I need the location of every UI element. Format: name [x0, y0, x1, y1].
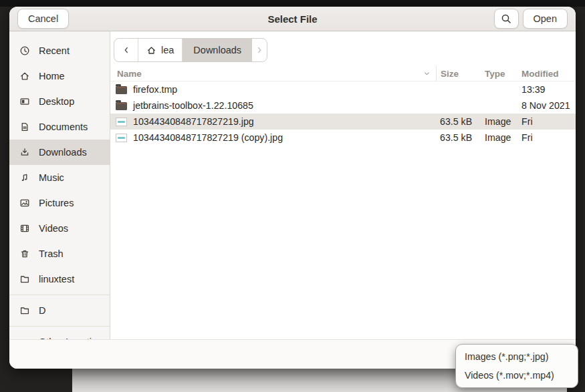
path-segment-label: Downloads	[193, 45, 241, 55]
sidebar-item-videos[interactable]: Videos	[9, 216, 110, 241]
sidebar-item-d[interactable]: D	[9, 298, 110, 323]
sidebar-item-music[interactable]: Music	[9, 165, 110, 190]
path-segment-home[interactable]: lea	[138, 39, 183, 61]
file-name-cell: 10344340848717827219 (copy).jpg	[110, 132, 436, 143]
sidebar-item-label: Documents	[39, 122, 88, 132]
sidebar-item-label: linuxtest	[39, 274, 74, 284]
sidebar-item-desktop[interactable]: Desktop	[9, 89, 110, 114]
column-header-type[interactable]: Type	[481, 69, 518, 79]
path-forward-button[interactable]	[252, 39, 267, 61]
path-back-button[interactable]	[114, 39, 138, 61]
column-header-label: Name	[117, 69, 142, 79]
file-name: 10344340848717827219.jpg	[133, 116, 254, 127]
sidebar-item-downloads[interactable]: Downloads	[9, 140, 110, 165]
picture-icon	[19, 198, 30, 208]
folder-icon	[19, 305, 30, 316]
column-header-label: Type	[485, 69, 505, 79]
table-row[interactable]: firefox.tmp 13:39	[110, 81, 576, 97]
table-row-selected[interactable]: 10344340848717827219.jpg 63.5 kB Image F…	[110, 114, 576, 130]
column-header-name[interactable]: Name	[110, 66, 436, 81]
list-header: Name Size Type Modified	[110, 66, 576, 81]
sidebar-item-other-locations[interactable]: Other Locations	[9, 329, 110, 339]
sidebar-item-label: Desktop	[39, 96, 74, 107]
sidebar-item-label: Trash	[39, 248, 64, 259]
table-row[interactable]: 10344340848717827219 (copy).jpg 63.5 kB …	[110, 130, 576, 146]
dialog-title: Select File	[267, 13, 317, 25]
places-sidebar: Recent Home Desktop	[9, 31, 110, 339]
sidebar-item-label: Videos	[39, 223, 68, 234]
sidebar-item-label: D	[39, 305, 45, 316]
file-size: 63.5 kB	[436, 132, 481, 143]
sidebar-separator	[9, 326, 110, 327]
chevron-down-icon	[423, 69, 431, 78]
file-type: Image	[481, 132, 518, 143]
file-filter-popup: Images (*.png;*.jpg) Videos (*.mov;*.mp4…	[455, 344, 578, 388]
document-icon	[19, 122, 30, 132]
sidebar-item-label: Downloads	[39, 147, 87, 158]
main-area: Recent Home Desktop	[9, 31, 576, 339]
chevron-left-icon	[122, 45, 131, 55]
home-icon	[19, 71, 30, 81]
filter-option-images[interactable]: Images (*.png;*.jpg)	[456, 347, 578, 366]
trash-icon	[19, 248, 30, 259]
file-modified: Fri	[518, 132, 576, 143]
sidebar-item-label: Music	[39, 172, 64, 183]
table-row[interactable]: jetbrains-toolbox-1.22.10685 8 Nov 2021	[110, 97, 576, 114]
sidebar-item-recent[interactable]: Recent	[9, 38, 110, 63]
search-button[interactable]	[494, 9, 519, 29]
folder-icon	[116, 86, 127, 94]
header-actions: Open	[494, 9, 568, 29]
filmstrip-icon	[19, 223, 30, 234]
sidebar-item-documents[interactable]: Documents	[9, 114, 110, 140]
download-icon	[19, 147, 30, 158]
file-name-cell: jetbrains-toolbox-1.22.10685	[110, 100, 436, 111]
folder-icon	[116, 102, 127, 110]
music-note-icon	[19, 172, 30, 183]
column-header-size[interactable]: Size	[436, 66, 481, 81]
home-icon	[146, 45, 157, 55]
cancel-button[interactable]: Cancel	[17, 9, 69, 29]
header-bar: Cancel Select File Open	[9, 7, 576, 31]
column-header-label: Modified	[521, 69, 559, 79]
search-icon	[501, 13, 512, 25]
path-segment-downloads[interactable]: Downloads	[183, 39, 252, 61]
file-modified: Fri	[518, 116, 576, 127]
file-size: 63.5 kB	[436, 116, 481, 127]
sidebar-item-label: Recent	[39, 45, 70, 56]
file-list: firefox.tmp 13:39 jetbrains-toolbox-1.22…	[110, 81, 576, 146]
file-name: jetbrains-toolbox-1.22.10685	[133, 100, 253, 111]
path-segment-label: lea	[161, 45, 174, 55]
path-bar: lea Downloads	[114, 38, 267, 62]
file-name-cell: firefox.tmp	[110, 84, 436, 95]
file-type: Image	[481, 116, 518, 127]
column-header-modified[interactable]: Modified	[518, 69, 576, 79]
sidebar-item-home[interactable]: Home	[9, 63, 110, 89]
chevron-right-icon	[255, 45, 264, 55]
filter-option-videos[interactable]: Videos (*.mov;*.mp4)	[456, 366, 578, 385]
pathbar-row: lea Downloads	[110, 31, 576, 66]
file-browser: lea Downloads	[110, 31, 576, 339]
file-name-cell: 10344340848717827219.jpg	[110, 116, 436, 127]
desktop-background-top	[0, 0, 585, 7]
file-chooser-dialog: Cancel Select File Open	[9, 7, 576, 369]
sidebar-separator	[9, 295, 110, 295]
sidebar-item-label: Pictures	[39, 198, 74, 208]
file-name: firefox.tmp	[133, 84, 177, 95]
image-thumbnail-icon	[116, 118, 127, 126]
clock-icon	[19, 45, 30, 56]
image-thumbnail-icon	[116, 134, 127, 142]
folder-icon	[19, 274, 30, 284]
file-modified: 8 Nov 2021	[518, 100, 576, 111]
sidebar-item-linuxtest[interactable]: linuxtest	[9, 266, 110, 292]
sidebar-item-trash[interactable]: Trash	[9, 241, 110, 266]
column-header-label: Size	[441, 69, 459, 79]
desktop-icon	[19, 96, 30, 107]
open-button[interactable]: Open	[523, 9, 568, 29]
sidebar-item-pictures[interactable]: Pictures	[9, 190, 110, 216]
file-modified: 13:39	[518, 84, 576, 95]
sidebar-item-label: Home	[39, 71, 65, 81]
file-name: 10344340848717827219 (copy).jpg	[133, 132, 283, 143]
